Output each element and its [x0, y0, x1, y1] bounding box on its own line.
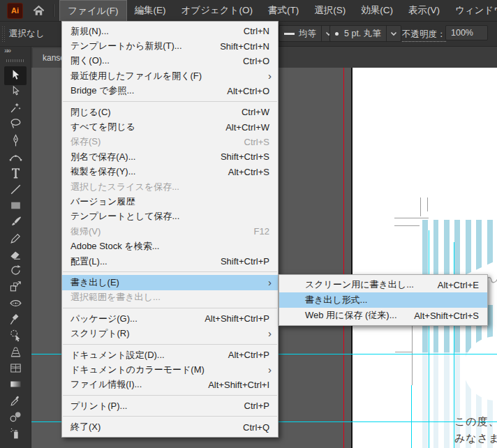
document-text-line: この度、花: [454, 415, 497, 428]
menu-item[interactable]: スクリーン用に書き出し...Alt+Ctrl+E: [279, 277, 487, 292]
menu-item[interactable]: 新規(N)...Ctrl+N: [62, 24, 278, 38]
export-submenu: スクリーン用に書き出し...Alt+Ctrl+E書き出し形式...Web 用に保…: [279, 274, 488, 326]
menu-item-label: 新規(N)...: [71, 25, 109, 38]
menu-item[interactable]: 複製を保存(Y)...Alt+Ctrl+S: [62, 165, 278, 179]
menu-item-label: Bridge で参照...: [71, 84, 134, 97]
rectangle-tool-icon[interactable]: [8, 198, 22, 212]
menu-item-label: テンプレートから新規(T)...: [71, 40, 182, 52]
menubar-item-select[interactable]: 選択(S): [306, 0, 353, 21]
menu-item-shortcut: Ctrl+P: [244, 401, 269, 411]
menu-item: 選択範囲を書き出し...: [62, 290, 278, 305]
menu-item[interactable]: ドキュメントのカラーモード(M)›: [62, 362, 278, 377]
direct-selection-tool-icon[interactable]: [8, 84, 22, 98]
tools-panel: »»: [0, 46, 31, 448]
menu-item[interactable]: プリント(P)...Ctrl+P: [62, 398, 278, 413]
width-tool-icon[interactable]: [8, 296, 22, 310]
menu-item-label: テンプレートとして保存...: [71, 210, 179, 223]
menu-item-shortcut: Shift+Ctrl+S: [221, 151, 269, 162]
submenu-arrow-icon: ›: [268, 327, 272, 339]
panel-grip[interactable]: [2, 26, 5, 42]
stroke-profile-dropdown[interactable]: 均等: [279, 25, 336, 42]
menu-item[interactable]: 書き出し形式...: [279, 292, 487, 308]
menubar-item-view[interactable]: 表示(V): [401, 0, 447, 21]
menu-item-shortcut: Ctrl+O: [243, 56, 269, 66]
trim-mark: [420, 197, 421, 216]
menu-item[interactable]: 最近使用したファイルを開く(F)›: [62, 68, 278, 83]
menu-separator: [63, 271, 277, 272]
home-icon[interactable]: [29, 3, 47, 18]
menu-item[interactable]: テンプレートから新規(T)...Shift+Ctrl+N: [62, 38, 278, 53]
menubar-item-type[interactable]: 書式(T): [260, 0, 306, 21]
menu-item-label: 復帰(V): [71, 225, 101, 238]
trim-mark: [427, 197, 428, 211]
eyedropper-tool-icon[interactable]: [8, 394, 22, 408]
magic-wand-tool-icon[interactable]: [8, 101, 22, 115]
lasso-tool-icon[interactable]: [8, 117, 22, 131]
opacity-input[interactable]: 100%: [445, 25, 488, 40]
menu-item-shortcut: Alt+Shift+Ctrl+P: [205, 313, 269, 324]
menu-item[interactable]: 開く(O)...Ctrl+O: [62, 54, 278, 68]
menu-item[interactable]: Bridge で参照...Alt+Ctrl+O: [62, 84, 278, 98]
menu-item: 復帰(V)F12: [62, 224, 278, 239]
menu-item-label: 終了(X): [71, 421, 101, 433]
eraser-tool-icon[interactable]: [8, 247, 22, 261]
menu-item[interactable]: 別名で保存(A)...Shift+Ctrl+S: [62, 149, 278, 164]
menu-item[interactable]: ファイル情報(I)...Alt+Shift+Ctrl+I: [62, 378, 278, 392]
menu-item[interactable]: Adobe Stock を検索...: [62, 239, 278, 253]
shape-builder-tool-icon[interactable]: [8, 329, 22, 343]
menubar-item-edit[interactable]: 編集(E): [127, 0, 174, 21]
expand-panel-icon[interactable]: »»: [4, 46, 10, 54]
line-segment-tool-icon[interactable]: [8, 182, 22, 196]
menubar-item-object[interactable]: オブジェクト(O): [174, 0, 260, 21]
blend-tool-icon[interactable]: [8, 410, 22, 424]
mesh-tool-icon[interactable]: [8, 361, 22, 375]
cyan-guide-vertical: [429, 230, 429, 448]
menubar-item-file[interactable]: ファイル(F): [59, 0, 127, 21]
menu-item[interactable]: 書き出し(E)›: [62, 275, 278, 290]
menu-item[interactable]: テンプレートとして保存...: [62, 209, 278, 224]
type-tool-icon[interactable]: [8, 166, 22, 180]
illustrator-app-icon[interactable]: Ai: [7, 3, 23, 19]
menu-item-shortcut: Alt+Ctrl+E: [438, 280, 479, 290]
curvature-tool-icon[interactable]: [8, 150, 22, 164]
selection-tool-icon[interactable]: [8, 68, 22, 82]
pen-tool-icon[interactable]: [8, 133, 22, 147]
puppet-warp-tool-icon[interactable]: [8, 313, 22, 327]
menu-item-shortcut: Ctrl+N: [244, 26, 269, 36]
menu-item[interactable]: ドキュメント設定(D)...Alt+Ctrl+P: [62, 348, 278, 362]
submenu-arrow-icon: ›: [268, 70, 272, 82]
menu-item-label: 複製を保存(Y)...: [71, 165, 135, 178]
rotate-tool-icon[interactable]: [8, 264, 22, 278]
menu-item[interactable]: すべてを閉じるAlt+Ctrl+W: [62, 119, 278, 134]
menu-item-shortcut: Shift+Ctrl+N: [220, 41, 269, 52]
menu-separator: [63, 344, 277, 345]
menu-item-label: スクリーン用に書き出し...: [305, 278, 414, 291]
menu-separator: [63, 101, 277, 102]
menu-item[interactable]: バージョン履歴: [62, 194, 278, 209]
menu-item-label: バージョン履歴: [71, 195, 135, 208]
menu-item[interactable]: 終了(X)Ctrl+Q: [62, 419, 278, 434]
menu-item[interactable]: スクリプト(R)›: [62, 326, 278, 341]
menu-item-label: 書き出し形式...: [305, 294, 367, 306]
symbol-sprayer-tool-icon[interactable]: [8, 426, 22, 440]
menu-separator: [63, 416, 277, 417]
brush-definition-dropdown[interactable]: 5 pt. 丸筆: [329, 25, 401, 42]
gradient-tool-icon[interactable]: [8, 378, 22, 391]
chevron-down-icon[interactable]: [386, 26, 401, 41]
menubar-item-window[interactable]: ウィンドウ(W): [447, 0, 497, 21]
menu-item[interactable]: Web 用に保存 (従来)...Alt+Shift+Ctrl+S: [279, 308, 487, 323]
perspective-grid-tool-icon[interactable]: [8, 345, 22, 359]
tools-panel-grip[interactable]: [6, 59, 24, 62]
opacity-label[interactable]: 不透明度：: [402, 29, 446, 42]
menu-item-shortcut: Alt+Ctrl+W: [225, 122, 269, 133]
menu-item[interactable]: 配置(L)...Shift+Ctrl+P: [62, 254, 278, 269]
pencil-tool-icon[interactable]: [8, 231, 22, 245]
menu-item[interactable]: 閉じる(C)Ctrl+W: [62, 105, 278, 119]
submenu-arrow-icon: ›: [268, 276, 272, 288]
paintbrush-tool-icon[interactable]: [8, 215, 22, 229]
trim-mark: [394, 225, 420, 226]
menu-item-label: パッケージ(G)...: [71, 313, 138, 325]
scale-tool-icon[interactable]: [8, 280, 22, 294]
menu-item[interactable]: パッケージ(G)...Alt+Shift+Ctrl+P: [62, 311, 278, 326]
menubar-item-effect[interactable]: 効果(C): [353, 0, 401, 21]
